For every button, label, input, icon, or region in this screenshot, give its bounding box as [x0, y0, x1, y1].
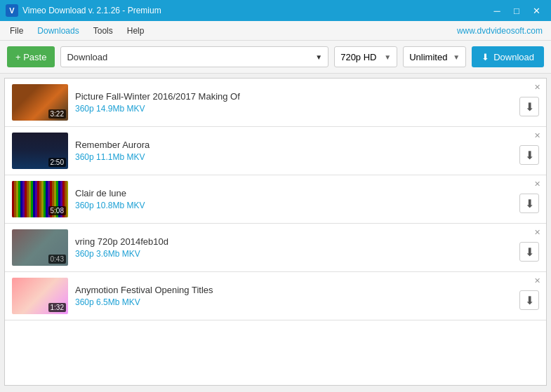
video-info: Clair de lune 360p 10.8Mb MKV [75, 188, 519, 210]
item-close-button[interactable]: ✕ [534, 83, 540, 92]
video-info: Remember Aurora 360p 11.1Mb MKV [75, 140, 519, 162]
app-title: Vimeo Download v. 2.1.26 - Premium [22, 6, 488, 15]
list-item: 3:22 Picture Fall-Winter 2016/2017 Makin… [5, 79, 546, 127]
url-dropdown[interactable]: Download ▼ [60, 46, 328, 67]
video-meta[interactable]: 360p 11.1Mb MKV [75, 152, 519, 162]
minimize-button[interactable]: ─ [488, 4, 506, 18]
maximize-button[interactable]: □ [507, 4, 526, 18]
thumbnail: 1:32 [12, 278, 68, 314]
title-bar: V Vimeo Download v. 2.1.26 - Premium ─ □… [0, 0, 551, 21]
item-download-button[interactable]: ⬇ [519, 194, 539, 213]
video-duration: 1:32 [48, 303, 66, 312]
video-duration: 0:43 [48, 255, 66, 264]
item-download-button[interactable]: ⬇ [519, 97, 539, 116]
quality-dropdown-arrow: ▼ [384, 53, 391, 61]
download-button-label: Download [493, 52, 534, 62]
window-controls: ─ □ ✕ [488, 4, 545, 18]
video-duration: 5:08 [48, 206, 66, 215]
video-info: vring 720p 2014feb10d 360p 3.6Mb MKV [75, 236, 519, 259]
video-meta[interactable]: 360p 3.6Mb MKV [75, 249, 519, 259]
video-meta[interactable]: 360p 6.5Mb MKV [75, 297, 519, 307]
url-dropdown-arrow: ▼ [315, 53, 322, 61]
item-actions: ⬇ [519, 234, 539, 262]
url-dropdown-value: Download [67, 52, 107, 62]
item-download-button[interactable]: ⬇ [519, 242, 539, 262]
toolbar: + Paste Download ▼ 720p HD ▼ Unlimited ▼… [0, 41, 551, 74]
video-duration: 2:50 [48, 158, 66, 167]
thumbnail: 2:50 [12, 133, 68, 169]
item-close-button[interactable]: ✕ [534, 131, 540, 140]
video-title: vring 720p 2014feb10d [75, 236, 519, 247]
thumbnail: 5:08 [12, 181, 68, 217]
list-item: 1:32 Anymotion Festival Opening Titles 3… [5, 272, 546, 320]
video-meta[interactable]: 360p 14.9Mb MKV [75, 104, 519, 114]
video-title: Picture Fall-Winter 2016/2017 Making Of [75, 91, 519, 102]
item-close-button[interactable]: ✕ [534, 180, 540, 189]
item-download-button[interactable]: ⬇ [519, 145, 539, 165]
close-button[interactable]: ✕ [527, 4, 545, 18]
video-info: Anymotion Festival Opening Titles 360p 6… [75, 285, 519, 307]
menu-file[interactable]: File [3, 23, 30, 39]
quality-value: 720p HD [340, 52, 376, 62]
menu-downloads[interactable]: Downloads [30, 23, 86, 39]
item-close-button[interactable]: ✕ [534, 276, 540, 285]
video-title: Remember Aurora [75, 140, 519, 150]
item-actions: ⬇ [519, 282, 539, 310]
item-download-button[interactable]: ⬇ [519, 290, 539, 310]
speed-value: Unlimited [409, 52, 447, 62]
item-actions: ⬇ [519, 185, 539, 213]
quality-dropdown[interactable]: 720p HD ▼ [334, 46, 397, 67]
paste-button[interactable]: + Paste [7, 46, 55, 67]
thumbnail: 0:43 [12, 229, 68, 266]
video-list: 3:22 Picture Fall-Winter 2016/2017 Makin… [4, 78, 547, 386]
item-actions: ⬇ [519, 88, 539, 116]
menu-help[interactable]: Help [120, 23, 152, 39]
item-actions: ⬇ [519, 137, 539, 165]
video-info: Picture Fall-Winter 2016/2017 Making Of … [75, 91, 519, 114]
menu-bar: File Downloads Tools Help www.dvdvideoso… [0, 21, 551, 41]
video-title: Clair de lune [75, 188, 519, 198]
download-icon: ⬇ [482, 52, 489, 62]
video-meta[interactable]: 360p 10.8Mb MKV [75, 201, 519, 210]
menu-items: File Downloads Tools Help [3, 23, 151, 39]
speed-dropdown-arrow: ▼ [453, 53, 460, 61]
video-title: Anymotion Festival Opening Titles [75, 285, 519, 295]
list-item: 0:43 vring 720p 2014feb10d 360p 3.6Mb MK… [5, 224, 546, 272]
app-icon: V [6, 4, 18, 17]
item-close-button[interactable]: ✕ [534, 228, 540, 237]
site-link[interactable]: www.dvdvideosoft.com [457, 26, 548, 36]
video-duration: 3:22 [48, 109, 66, 119]
menu-tools[interactable]: Tools [86, 23, 120, 39]
download-button[interactable]: ⬇ Download [472, 46, 544, 67]
list-item: 2:50 Remember Aurora 360p 11.1Mb MKV ⬇ ✕ [5, 127, 546, 175]
thumbnail: 3:22 [12, 84, 68, 121]
list-item: 5:08 Clair de lune 360p 10.8Mb MKV ⬇ ✕ [5, 175, 546, 224]
speed-dropdown[interactable]: Unlimited ▼ [403, 46, 466, 67]
